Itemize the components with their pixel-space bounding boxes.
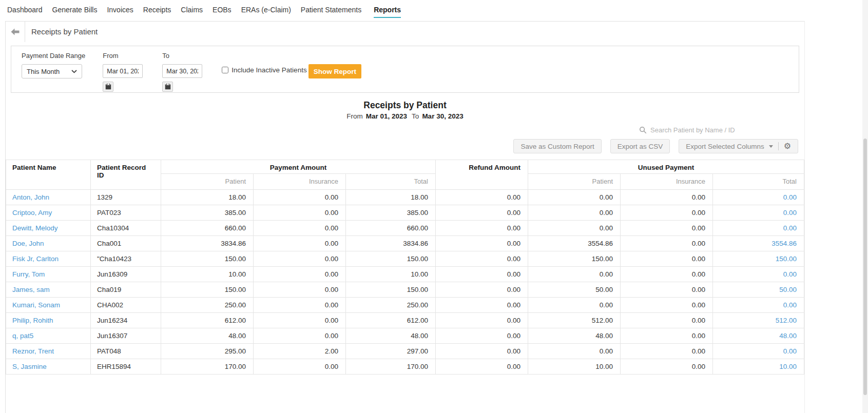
payment-insurance-cell: 2.00 [254, 344, 346, 359]
unused-total-link[interactable]: 512.00 [776, 317, 797, 324]
export-csv-button[interactable]: Export as CSV [610, 139, 670, 153]
calendar-icon [105, 84, 111, 90]
col-header-patient-name: Patient Name [6, 160, 91, 190]
filter-panel: Payment Date Range This Month From To [11, 46, 799, 93]
nav-item-claims[interactable]: Claims [181, 6, 203, 17]
payment-patient-cell: 150.00 [161, 282, 254, 298]
unused-patient-cell: 0.00 [528, 298, 621, 313]
table-row: James, sam Cha019 150.00 0.00 150.00 0.0… [6, 282, 804, 298]
payment-patient-cell: 170.00 [161, 359, 254, 375]
to-label: To [162, 52, 202, 60]
unused-total-link[interactable]: 0.00 [783, 301, 797, 309]
nav-item-eobs[interactable]: EOBs [213, 6, 232, 17]
patient-name-link[interactable]: Criptoo, Amy [12, 209, 52, 217]
nav-item-reports[interactable]: Reports [374, 6, 401, 18]
unused-patient-cell: 0.00 [528, 221, 621, 236]
back-button[interactable] [6, 22, 25, 42]
unused-total-link[interactable]: 0.00 [783, 209, 797, 217]
search-icon [639, 126, 647, 134]
unused-total-cell: 10.00 [713, 359, 804, 375]
payment-total-cell: 10.00 [346, 267, 436, 282]
table-header: Patient Name Patient Record ID Payment A… [6, 160, 804, 190]
unused-total-cell: 3554.86 [713, 236, 804, 251]
vertical-scrollbar[interactable] [862, 0, 868, 413]
unused-total-link[interactable]: 50.00 [779, 286, 797, 293]
payment-patient-cell: 18.00 [161, 190, 254, 205]
show-report-button[interactable]: Show Report [308, 64, 361, 78]
nav-item-invoices[interactable]: Invoices [107, 6, 133, 17]
unused-insurance-cell: 0.00 [621, 282, 713, 298]
unused-total-link[interactable]: 0.00 [783, 347, 797, 355]
date-range-select[interactable]: This Month [22, 64, 82, 78]
payment-insurance-cell: 0.00 [254, 236, 346, 251]
gear-icon[interactable]: ⚙ [784, 142, 791, 150]
patient-name-cell: Criptoo, Amy [6, 205, 91, 221]
unused-total-cell: 0.00 [713, 205, 804, 221]
unused-total-link[interactable]: 0.00 [783, 193, 797, 201]
export-selected-columns-button[interactable]: Export Selected Columns ⚙ [679, 139, 798, 153]
unused-total-cell: 0.00 [713, 190, 804, 205]
patient-name-link[interactable]: James, sam [12, 286, 50, 293]
to-calendar-button[interactable] [162, 82, 173, 92]
patient-name-cell: Furry, Tom [6, 267, 91, 282]
nav-item-receipts[interactable]: Receipts [143, 6, 171, 17]
patient-name-link[interactable]: q, pat5 [12, 332, 33, 340]
include-inactive-label: Include Inactive Patients [232, 66, 306, 74]
nav-item-patient-statements[interactable]: Patient Statements [301, 6, 361, 17]
toolbar: Save as Custom Report Export as CSV Expo… [6, 139, 798, 153]
patient-name-cell: Fisk Jr, Carlton [6, 251, 91, 267]
patient-name-link[interactable]: Furry, Tom [12, 270, 45, 278]
date-range-value: This Month [27, 68, 60, 75]
nav-item-generate-bills[interactable]: Generate Bills [52, 6, 98, 17]
refund-amount-cell: 0.00 [436, 190, 528, 205]
unused-total-link[interactable]: 10.00 [779, 363, 797, 370]
refund-amount-cell: 0.00 [436, 236, 528, 251]
to-date-input[interactable] [162, 64, 202, 78]
report-from-label: From [346, 112, 363, 120]
patient-record-id-cell: 1329 [91, 190, 161, 205]
payment-patient-cell: 295.00 [161, 344, 254, 359]
nav-item-dashboard[interactable]: Dashboard [7, 6, 43, 17]
patient-name-cell: Dewitt, Melody [6, 221, 91, 236]
table-row: Dewitt, Melody Cha10304 660.00 0.00 660.… [6, 221, 804, 236]
patient-name-link[interactable]: Reznor, Trent [12, 347, 54, 355]
patient-name-link[interactable]: Doe, John [12, 240, 44, 247]
patient-name-link[interactable]: S, Jasmine [12, 363, 47, 370]
from-date-input[interactable] [103, 64, 143, 78]
save-custom-report-button[interactable]: Save as Custom Report [513, 139, 601, 153]
patient-record-id-cell: EHR15894 [91, 359, 161, 375]
unused-total-link[interactable]: 3554.86 [771, 240, 797, 247]
unused-total-cell: 150.00 [713, 251, 804, 267]
patient-name-link[interactable]: Dewitt, Melody [12, 224, 58, 232]
report-date-range: FromMar 01, 2023ToMar 30, 2023 [6, 112, 804, 120]
patient-record-id-cell: Cha10304 [91, 221, 161, 236]
unused-total-cell: 512.00 [713, 313, 804, 328]
scrollbar-thumb[interactable] [863, 139, 867, 395]
patient-name-link[interactable]: Fisk Jr, Carlton [12, 255, 59, 263]
refund-amount-cell: 0.00 [436, 205, 528, 221]
patient-record-id-cell: Jun16307 [91, 328, 161, 344]
payment-patient-cell: 385.00 [161, 205, 254, 221]
refund-amount-cell: 0.00 [436, 298, 528, 313]
unused-total-link[interactable]: 48.00 [779, 332, 797, 340]
unused-total-link[interactable]: 0.00 [783, 224, 797, 232]
table-row: S, Jasmine EHR15894 170.00 0.00 170.00 0… [6, 359, 804, 375]
patient-name-link[interactable]: Anton, John [12, 193, 49, 201]
patient-name-link[interactable]: Kumari, Sonam [12, 301, 60, 309]
search-input[interactable] [650, 126, 739, 134]
payment-total-cell: 18.00 [346, 190, 436, 205]
nav-item-eras-e-claim-[interactable]: ERAs (e-Claim) [241, 6, 291, 17]
from-calendar-button[interactable] [103, 82, 113, 92]
table-row: Furry, Tom Jun16309 10.00 0.00 10.00 0.0… [6, 267, 804, 282]
patient-name-cell: James, sam [6, 282, 91, 298]
payment-total-cell: 170.00 [346, 359, 436, 375]
table-row: Philip, Rohith Jun16234 612.00 0.00 612.… [6, 313, 804, 328]
unused-total-link[interactable]: 150.00 [776, 255, 797, 263]
report-title: Receipts by Patient [6, 100, 804, 111]
subcol-unused-total: Total [713, 174, 804, 190]
from-label: From [103, 52, 143, 60]
payment-insurance-cell: 0.00 [254, 251, 346, 267]
patient-name-link[interactable]: Philip, Rohith [12, 317, 53, 324]
unused-total-link[interactable]: 0.00 [783, 270, 797, 278]
include-inactive-checkbox[interactable] [222, 67, 228, 73]
